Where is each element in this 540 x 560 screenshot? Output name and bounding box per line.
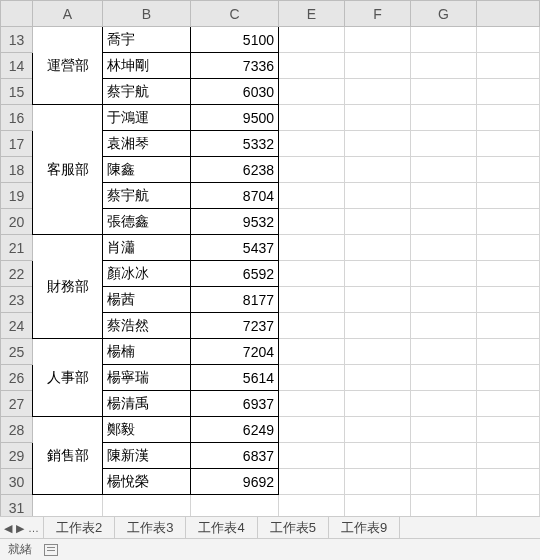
sheet-tab[interactable]: 工作表5 [258, 517, 329, 538]
name-cell[interactable]: 顏冰冰 [103, 261, 191, 287]
column-header-a[interactable]: A [33, 1, 103, 27]
name-cell[interactable]: 蔡浩然 [103, 313, 191, 339]
empty-cell[interactable] [345, 417, 411, 443]
row-header[interactable]: 29 [1, 443, 33, 469]
empty-cell[interactable] [345, 261, 411, 287]
empty-cell[interactable] [279, 469, 345, 495]
value-cell[interactable]: 6592 [191, 261, 279, 287]
empty-cell[interactable] [411, 313, 477, 339]
category-cell[interactable]: 財務部 [33, 235, 103, 339]
empty-cell[interactable] [279, 417, 345, 443]
empty-cell[interactable] [345, 183, 411, 209]
name-cell[interactable]: 蔡宇航 [103, 183, 191, 209]
empty-cell[interactable] [345, 27, 411, 53]
empty-cell[interactable] [279, 365, 345, 391]
column-header-e[interactable]: E [279, 1, 345, 27]
empty-cell[interactable] [411, 469, 477, 495]
empty-cell[interactable] [345, 157, 411, 183]
empty-cell[interactable] [345, 79, 411, 105]
empty-cell[interactable] [345, 235, 411, 261]
empty-cell[interactable] [345, 391, 411, 417]
empty-cell[interactable] [345, 53, 411, 79]
empty-cell[interactable] [411, 183, 477, 209]
value-cell[interactable]: 6937 [191, 391, 279, 417]
empty-cell[interactable] [411, 27, 477, 53]
empty-cell[interactable] [279, 391, 345, 417]
value-cell[interactable]: 5332 [191, 131, 279, 157]
row-header[interactable]: 17 [1, 131, 33, 157]
empty-cell[interactable] [279, 105, 345, 131]
empty-cell[interactable] [345, 365, 411, 391]
name-cell[interactable]: 鄭毅 [103, 417, 191, 443]
name-cell[interactable]: 楊清禹 [103, 391, 191, 417]
value-cell[interactable]: 6837 [191, 443, 279, 469]
empty-cell[interactable] [345, 313, 411, 339]
row-header[interactable]: 13 [1, 27, 33, 53]
empty-cell[interactable] [279, 339, 345, 365]
empty-cell[interactable] [345, 209, 411, 235]
empty-cell[interactable] [411, 443, 477, 469]
empty-cell[interactable] [279, 131, 345, 157]
row-header[interactable]: 28 [1, 417, 33, 443]
value-cell[interactable]: 7237 [191, 313, 279, 339]
tab-next-icon[interactable]: ▶ [16, 517, 24, 539]
row-header[interactable]: 30 [1, 469, 33, 495]
row-header[interactable]: 25 [1, 339, 33, 365]
value-cell[interactable]: 5100 [191, 27, 279, 53]
empty-cell[interactable] [411, 391, 477, 417]
spreadsheet-grid[interactable]: ABCEFG13運營部喬宇510014林坤剛733615蔡宇航603016客服部… [0, 0, 540, 516]
empty-cell[interactable] [411, 53, 477, 79]
value-cell[interactable]: 5437 [191, 235, 279, 261]
name-cell[interactable]: 張德鑫 [103, 209, 191, 235]
empty-cell[interactable] [279, 79, 345, 105]
category-cell[interactable]: 客服部 [33, 105, 103, 235]
column-header-f[interactable]: F [345, 1, 411, 27]
name-cell[interactable]: 喬宇 [103, 27, 191, 53]
value-cell[interactable]: 8704 [191, 183, 279, 209]
tab-prev-icon[interactable]: ◀ [4, 517, 12, 539]
value-cell[interactable]: 8177 [191, 287, 279, 313]
sheet-tab[interactable]: 工作表2 [43, 517, 115, 538]
column-header-b[interactable]: B [103, 1, 191, 27]
name-cell[interactable]: 楊茜 [103, 287, 191, 313]
empty-cell[interactable] [411, 79, 477, 105]
row-header[interactable]: 24 [1, 313, 33, 339]
name-cell[interactable]: 林坤剛 [103, 53, 191, 79]
row-header[interactable]: 21 [1, 235, 33, 261]
macro-recorder-icon[interactable] [44, 544, 58, 556]
name-cell[interactable]: 陳鑫 [103, 157, 191, 183]
empty-cell[interactable] [411, 209, 477, 235]
column-header-g[interactable]: G [411, 1, 477, 27]
empty-cell[interactable] [345, 131, 411, 157]
row-header[interactable]: 14 [1, 53, 33, 79]
empty-cell[interactable] [411, 105, 477, 131]
value-cell[interactable]: 7204 [191, 339, 279, 365]
category-cell[interactable]: 銷售部 [33, 417, 103, 495]
empty-cell[interactable] [279, 443, 345, 469]
value-cell[interactable]: 5614 [191, 365, 279, 391]
empty-cell[interactable] [279, 53, 345, 79]
empty-cell[interactable] [411, 417, 477, 443]
name-cell[interactable]: 肖瀟 [103, 235, 191, 261]
category-cell[interactable]: 人事部 [33, 339, 103, 417]
empty-cell[interactable] [279, 235, 345, 261]
row-header[interactable]: 26 [1, 365, 33, 391]
empty-cell[interactable] [411, 365, 477, 391]
name-cell[interactable]: 楊楠 [103, 339, 191, 365]
sheet-tab[interactable]: 工作表9 [329, 517, 400, 538]
row-header[interactable]: 23 [1, 287, 33, 313]
empty-cell[interactable] [411, 235, 477, 261]
row-header[interactable]: 15 [1, 79, 33, 105]
name-cell[interactable]: 陳新漢 [103, 443, 191, 469]
value-cell[interactable]: 6030 [191, 79, 279, 105]
empty-cell[interactable] [345, 443, 411, 469]
value-cell[interactable]: 9500 [191, 105, 279, 131]
name-cell[interactable]: 蔡宇航 [103, 79, 191, 105]
empty-cell[interactable] [411, 339, 477, 365]
value-cell[interactable]: 7336 [191, 53, 279, 79]
empty-cell[interactable] [345, 105, 411, 131]
value-cell[interactable]: 9692 [191, 469, 279, 495]
empty-cell[interactable] [279, 261, 345, 287]
name-cell[interactable]: 楊寧瑞 [103, 365, 191, 391]
row-header[interactable]: 27 [1, 391, 33, 417]
